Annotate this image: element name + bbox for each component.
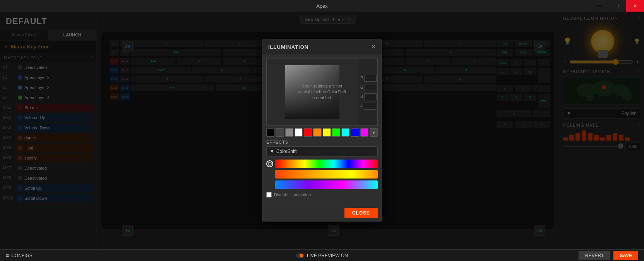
- swatch-cyan[interactable]: [341, 128, 349, 137]
- swatch-lightgray[interactable]: [285, 128, 293, 137]
- g-input-row: G: [360, 84, 375, 91]
- modal-close-x-button[interactable]: ✕: [371, 44, 376, 50]
- disable-illumination-row: Disable Illumination: [266, 192, 378, 197]
- modal-body: Color settings are not available when Co…: [262, 54, 382, 204]
- maximize-button[interactable]: □: [608, 0, 626, 12]
- live-preview-dot: [300, 254, 303, 258]
- swatch-more-dropdown[interactable]: ▼: [370, 128, 378, 137]
- r-label: R: [360, 76, 363, 80]
- gradient-warm-row: [266, 170, 378, 179]
- swatches-container: ▼: [266, 128, 378, 137]
- color-preview-container: Color settings are not available when Co…: [266, 58, 378, 126]
- gradient-rainbow-radio[interactable]: [266, 160, 273, 167]
- revert-button[interactable]: REVERT: [579, 251, 610, 260]
- effects-label: EFFECTS: [266, 140, 378, 144]
- effects-dropdown-arrow: ▼: [270, 149, 274, 154]
- modal-overlay: ILLUMINATION ✕: [0, 12, 644, 249]
- configs-button[interactable]: ≡ CONFIGS: [6, 252, 33, 259]
- hash-label: #: [360, 104, 363, 108]
- b-label: B: [360, 94, 363, 99]
- hash-input-row: #: [360, 103, 375, 110]
- swatch-white[interactable]: [295, 128, 303, 137]
- window-controls: — □ ✕: [591, 0, 644, 12]
- live-preview-indicator: LIVE PREVIEW ON: [296, 253, 348, 258]
- bottom-right-buttons: REVERT SAVE: [579, 251, 638, 260]
- gradient-rainbow-row: [266, 160, 378, 168]
- modal-footer: CLOSE: [262, 204, 382, 221]
- modal-header: ILLUMINATION ✕: [262, 40, 382, 54]
- b-input[interactable]: [364, 93, 377, 100]
- r-input-row: R: [360, 75, 375, 82]
- disable-illumination-label: Disable Illumination: [274, 192, 311, 197]
- bottom-bar: ≡ CONFIGS LIVE PREVIEW ON REVERT SAVE: [0, 249, 644, 261]
- rgbn-inputs: R G B #: [358, 58, 377, 125]
- effects-value: ColorShift: [276, 149, 297, 154]
- color-disabled-message: Color settings are not available when Co…: [297, 83, 347, 101]
- swatch-orange[interactable]: [313, 128, 321, 137]
- g-input[interactable]: [365, 84, 377, 91]
- b-input-row: B: [360, 93, 375, 100]
- g-label: G: [360, 85, 363, 89]
- minimize-button[interactable]: —: [591, 0, 608, 12]
- swatch-black[interactable]: [266, 128, 274, 137]
- swatch-red[interactable]: [304, 128, 312, 137]
- main-area: DEFAULT Macro Editor LAUNCH ▼ Macro Key …: [0, 12, 644, 249]
- live-preview-label: LIVE PREVIEW ON: [307, 253, 348, 258]
- configs-list-icon: ≡: [6, 252, 9, 259]
- gradient-cool-row: [266, 180, 378, 189]
- close-window-button[interactable]: ✕: [626, 0, 644, 12]
- hash-input[interactable]: [364, 103, 376, 110]
- app-title: Apex: [316, 3, 328, 9]
- gradient-rainbow-bar[interactable]: [275, 160, 378, 168]
- effects-select[interactable]: ▼ ColorShift: [266, 146, 378, 156]
- live-preview-toggle[interactable]: [296, 253, 304, 258]
- swatch-yellow[interactable]: [323, 128, 331, 137]
- titlebar: Apex — □ ✕: [0, 0, 644, 12]
- r-input[interactable]: [364, 75, 377, 82]
- disable-illumination-checkbox[interactable]: [266, 192, 272, 197]
- modal-title: ILLUMINATION: [268, 44, 308, 50]
- swatch-gray[interactable]: [276, 128, 284, 137]
- gradient-cool-bar[interactable]: [275, 180, 378, 189]
- color-picker-disabled-area: Color settings are not available when Co…: [267, 58, 358, 125]
- save-button[interactable]: SAVE: [613, 251, 638, 260]
- gradient-warm-bar[interactable]: [275, 170, 378, 179]
- swatch-blue[interactable]: [351, 128, 359, 137]
- illumination-modal: ILLUMINATION ✕: [262, 39, 382, 222]
- swatch-green[interactable]: [332, 128, 340, 137]
- modal-close-button[interactable]: CLOSE: [344, 208, 378, 218]
- swatch-magenta[interactable]: [360, 128, 368, 137]
